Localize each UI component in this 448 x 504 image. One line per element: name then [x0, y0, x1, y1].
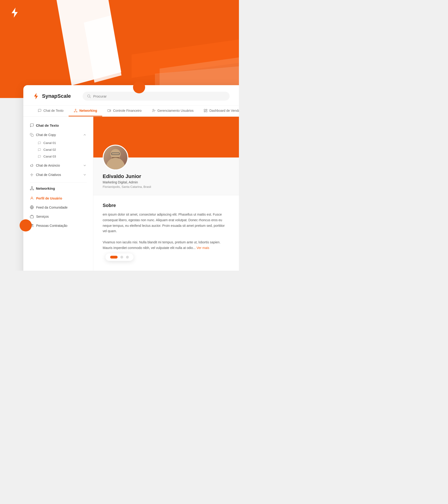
- profile-name: Edivaldo Junior: [103, 173, 230, 180]
- sidebar-group-chat-copy: Chat de Copy Canal 01: [28, 131, 89, 160]
- svg-rect-15: [204, 109, 205, 111]
- top-logo-icon: [9, 7, 20, 18]
- card-logo-text: SynapScale: [42, 93, 71, 99]
- sidebar-group-anuncio-header[interactable]: Chat de Anúncio: [28, 162, 89, 169]
- svg-marker-11: [110, 110, 111, 111]
- about-section: Sobre em ipsum dolor sit amet, consectet…: [93, 195, 239, 258]
- svg-rect-17: [206, 111, 207, 112]
- svg-marker-1: [34, 93, 38, 99]
- chat-criativos-label-wrap: Chat de Criativos: [30, 173, 61, 177]
- svg-marker-20: [31, 164, 33, 167]
- orange-circle-left: [19, 219, 32, 232]
- svg-point-2: [88, 95, 90, 97]
- slider-dot-1[interactable]: [110, 256, 118, 258]
- sidebar-divider: [30, 182, 87, 182]
- user-icon: [30, 196, 34, 200]
- tab-chat-texto[interactable]: Chat de Texto: [33, 106, 69, 116]
- channel-icon-3: [38, 155, 41, 158]
- svg-marker-0: [12, 7, 18, 18]
- card-logo[interactable]: SynapScale: [33, 93, 71, 100]
- svg-line-31: [32, 189, 33, 189]
- chevron-up-icon: [83, 133, 87, 137]
- about-title: Sobre: [103, 203, 230, 208]
- svg-rect-27: [30, 189, 32, 190]
- card-logo-icon: [33, 93, 40, 100]
- main-content: Edivaldo Junior Marketing Digital, Admin…: [93, 117, 239, 271]
- network-icon: [74, 109, 77, 112]
- hero-background: [0, 0, 239, 98]
- chevron-down-icon-anuncio: [83, 163, 87, 167]
- search-bar: [83, 92, 230, 101]
- slider-dot-3[interactable]: [126, 256, 129, 258]
- sidebar-chat-texto-title: Chat de Texto: [28, 123, 89, 127]
- sidebar-channel-canal-02[interactable]: Canal 02: [36, 146, 89, 153]
- video-icon: [107, 109, 111, 112]
- sparkle-icon: [30, 173, 34, 177]
- sidebar-item-feed-comunidade[interactable]: Feed da Comunidade: [28, 203, 89, 211]
- svg-rect-6: [76, 111, 77, 112]
- svg-line-8: [74, 111, 76, 111]
- sidebar-item-perfil-usuario[interactable]: Perfil de Usuário: [28, 194, 89, 202]
- svg-rect-16: [206, 109, 207, 110]
- profile-banner: [93, 117, 239, 158]
- svg-point-32: [31, 197, 33, 198]
- chat-copy-channels: Canal 01 Canal 02 Canal 03: [28, 140, 89, 160]
- sidebar-group-chat-criativos: Chat de Criativos: [28, 171, 89, 179]
- dashboard-icon: [204, 109, 207, 112]
- chat-anuncio-label-wrap: Chat de Anúncio: [30, 163, 60, 167]
- globe-icon: [30, 205, 34, 209]
- avatar-glasses: [111, 153, 120, 155]
- sidebar-group-criativos-header[interactable]: Chat de Criativos: [28, 171, 89, 179]
- svg-line-9: [76, 111, 77, 111]
- sidebar-item-pessoas-contratacao[interactable]: Pessoas Contratação: [28, 221, 89, 230]
- search-input-wrap[interactable]: [83, 92, 230, 101]
- svg-rect-19: [31, 134, 33, 137]
- about-text: em ipsum dolor sit amet, consectetur adi…: [103, 212, 230, 251]
- copy-icon: [30, 133, 34, 137]
- sidebar-group-chat-anuncio: Chat de Anúncio: [28, 162, 89, 169]
- svg-point-12: [153, 109, 154, 110]
- card-header: SynapScale: [23, 85, 239, 106]
- orange-circle-top: [133, 81, 145, 93]
- sidebar-channel-canal-03[interactable]: Canal 03: [36, 153, 89, 160]
- tab-networking[interactable]: Networking: [69, 106, 102, 116]
- avatar-placeholder: [104, 145, 127, 169]
- megaphone-icon: [30, 163, 34, 167]
- search-icon: [87, 94, 91, 98]
- svg-line-30: [31, 189, 32, 189]
- svg-rect-5: [74, 111, 75, 112]
- svg-point-21: [31, 174, 32, 175]
- sidebar-item-servicos[interactable]: Serviços: [28, 212, 89, 220]
- sidebar: Chat de Texto Chat de Copy: [23, 117, 93, 271]
- slider-dot-2[interactable]: [120, 256, 123, 258]
- sidebar-networking-title: Networking: [28, 186, 89, 190]
- briefcase-icon: [30, 215, 34, 218]
- svg-rect-4: [75, 109, 76, 110]
- top-logo-bar: [9, 7, 20, 18]
- svg-rect-35: [30, 216, 33, 218]
- sidebar-chat-icon: [30, 123, 34, 127]
- users-icon: [152, 109, 156, 112]
- channel-icon-1: [38, 141, 41, 145]
- slider-dots: [106, 253, 133, 261]
- sidebar-group-chat-copy-header[interactable]: Chat de Copy: [28, 131, 89, 139]
- nav-tabs: Chat de Texto Networking Controle Financ…: [23, 106, 239, 117]
- avatar-body: [106, 158, 125, 169]
- profile-location: Florianópolis, Santa Catarina, Brasil: [103, 185, 230, 189]
- sidebar-network-icon: [30, 186, 34, 190]
- channel-icon-2: [38, 148, 41, 151]
- tab-gerenciamento-usuarios[interactable]: Gerenciamento Usuários: [147, 106, 199, 116]
- svg-point-37: [32, 224, 33, 225]
- tab-dashboard-vendas[interactable]: Dashboard de Vendas: [198, 106, 239, 116]
- tab-controle-financeiro[interactable]: Controle Financeiro: [102, 106, 146, 116]
- svg-rect-18: [204, 111, 205, 112]
- svg-rect-28: [33, 189, 34, 190]
- profile-avatar: [103, 145, 128, 170]
- sidebar-channel-canal-01[interactable]: Canal 01: [36, 140, 89, 146]
- chevron-down-icon-criativos: [83, 173, 87, 177]
- main-card: SynapScale Chat de Texto: [23, 85, 239, 271]
- profile-role: Marketing Digital, Admin: [103, 180, 230, 184]
- card-body: Chat de Texto Chat de Copy: [23, 117, 239, 271]
- search-input[interactable]: [93, 94, 225, 98]
- ver-mais-link[interactable]: Ver mais: [197, 246, 209, 250]
